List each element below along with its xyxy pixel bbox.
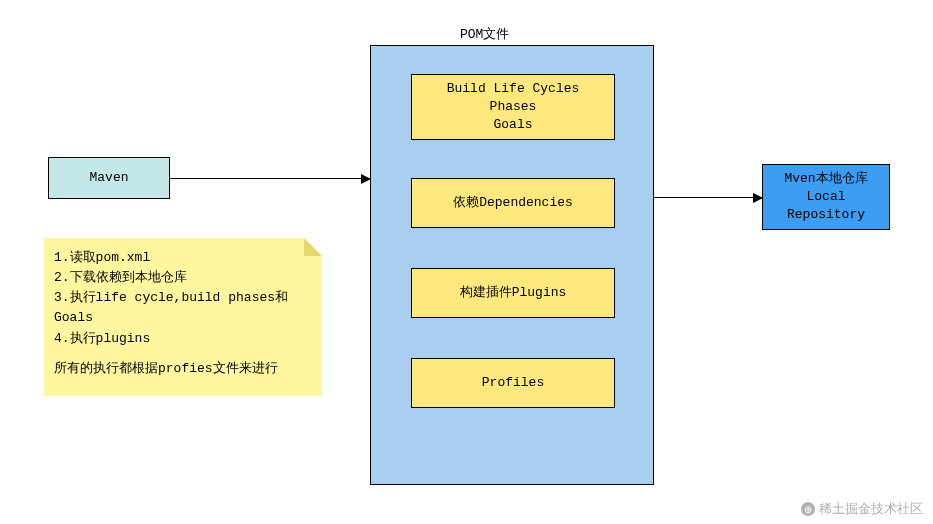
note-line-1: 1.读取pom.xml <box>54 248 312 268</box>
build-life-cycles-box: Build Life Cycles Phases Goals <box>411 74 615 140</box>
dependencies-box: 依赖Dependencies <box>411 178 615 228</box>
maven-box: Maven <box>48 157 170 199</box>
profiles-box: Profiles <box>411 358 615 408</box>
watermark-text: 稀土掘金技术社区 <box>819 500 923 518</box>
repo-line2: Local <box>806 188 845 206</box>
repo-line3: Repository <box>787 206 865 224</box>
plugins-label: 构建插件Plugins <box>460 284 567 302</box>
steps-note: 1.读取pom.xml 2.下载依赖到本地仓库 3.执行life cycle,b… <box>44 238 322 396</box>
profiles-label: Profiles <box>482 374 544 392</box>
local-repository-box: Mven本地仓库 Local Repository <box>762 164 890 230</box>
dependencies-label: 依赖Dependencies <box>453 194 573 212</box>
pom-title: POM文件 <box>460 25 509 43</box>
note-line-3: 3.执行life cycle,build phases和Goals <box>54 288 312 328</box>
maven-label: Maven <box>89 169 128 187</box>
watermark: ⊕ 稀土掘金技术社区 <box>801 500 923 518</box>
blc-line3: Goals <box>493 116 532 134</box>
repo-line1: Mven本地仓库 <box>784 170 867 188</box>
blc-line1: Build Life Cycles <box>447 80 580 98</box>
arrow-pom-to-repo <box>654 197 762 198</box>
blc-line2: Phases <box>490 98 537 116</box>
plugins-box: 构建插件Plugins <box>411 268 615 318</box>
note-summary: 所有的执行都根据profies文件来进行 <box>54 359 312 379</box>
watermark-icon: ⊕ <box>801 502 815 516</box>
note-line-4: 4.执行plugins <box>54 329 312 349</box>
note-line-2: 2.下载依赖到本地仓库 <box>54 268 312 288</box>
arrow-maven-to-pom <box>170 178 370 179</box>
pom-container: Build Life Cycles Phases Goals 依赖Depende… <box>370 45 654 485</box>
